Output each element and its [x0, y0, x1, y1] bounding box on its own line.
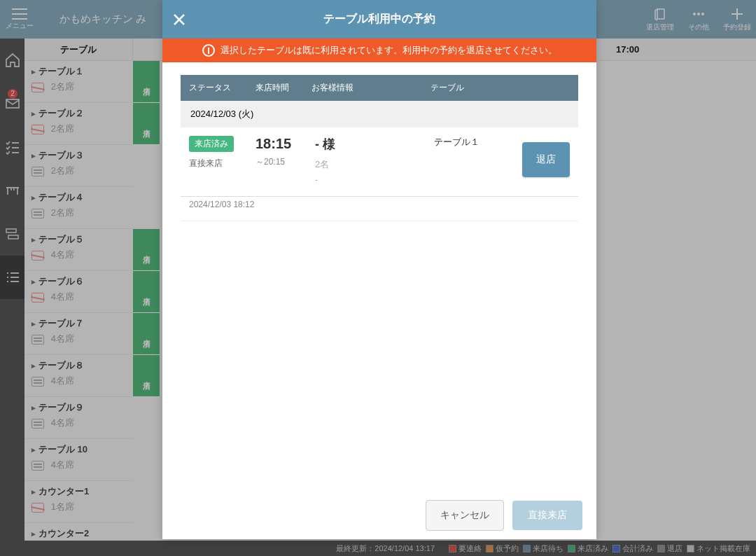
col-table: テーブル — [430, 82, 486, 94]
reservation-table: テーブル１ — [434, 136, 511, 183]
col-time: 来店時間 — [255, 82, 312, 94]
time-end: ～20:15 — [255, 156, 315, 168]
in-use-modal: テーブル利用中の予約 選択したテーブルは既に利用されています。利用中の予約を退店… — [162, 0, 596, 539]
reservation-source: 直接来店 — [189, 158, 255, 169]
alert-text: 選択したテーブルは既に利用されています。利用中の予約を退店させてください。 — [220, 44, 557, 57]
col-status: ステータス — [189, 82, 255, 94]
col-customer: お客様情報 — [312, 82, 430, 94]
reservation-timestamp: 2024/12/03 18:12 — [181, 197, 578, 221]
checkout-button[interactable]: 退店 — [522, 142, 570, 177]
customer-name: - 様 — [315, 136, 434, 153]
modal-alert: 選択したテーブルは既に利用されています。利用中の予約を退店させてください。 — [162, 39, 596, 62]
column-headers: ステータス 来店時間 お客様情報 テーブル — [181, 75, 578, 101]
modal-title: テーブル利用中の予約 — [323, 12, 435, 27]
modal-footer: キャンセル 直接来店 — [162, 490, 596, 539]
reservation-note: - — [315, 175, 434, 183]
time-start: 18:15 — [255, 136, 315, 152]
alert-icon — [202, 44, 215, 57]
status-chip: 来店済み — [189, 136, 234, 152]
close-icon — [172, 13, 186, 27]
modal-close-button[interactable] — [169, 10, 189, 29]
walkin-button[interactable]: 直接来店 — [512, 501, 582, 530]
date-group: 2024/12/03 (火) — [181, 101, 578, 127]
reservation-row[interactable]: 来店済み 直接来店 18:15 ～20:15 - 様 2名 - テーブル１ 退店 — [181, 127, 578, 197]
party-size: 2名 — [315, 158, 434, 171]
cancel-button[interactable]: キャンセル — [426, 500, 504, 531]
modal-header: テーブル利用中の予約 — [162, 0, 596, 39]
